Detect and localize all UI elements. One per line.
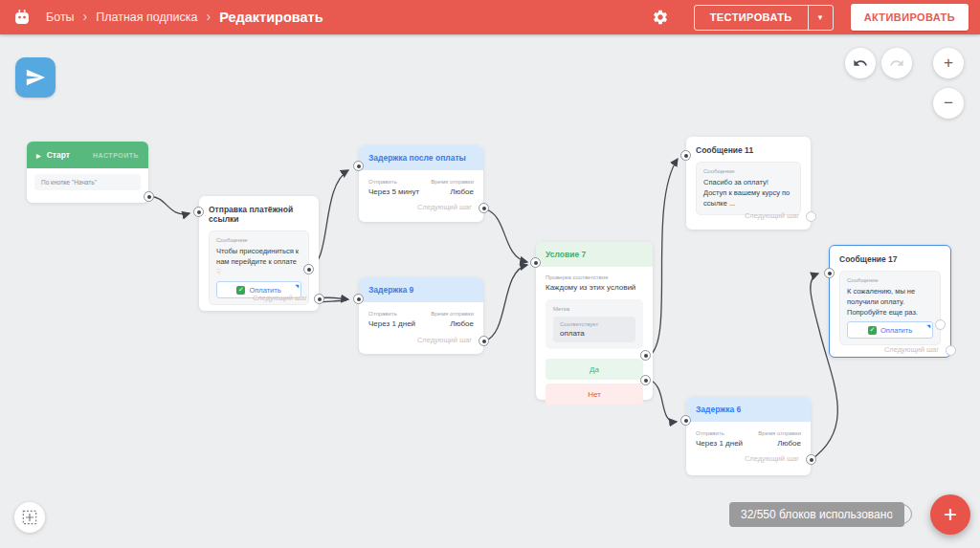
breadcrumb-bots[interactable]: Боты (46, 11, 75, 24)
node-delay-9[interactable]: Задержка 9 Отправить Через 1 дней Время … (359, 277, 483, 354)
grid-fit-icon (22, 510, 37, 525)
port-paybutton-out[interactable] (303, 264, 314, 274)
check-value: Каждому из этих условий (546, 283, 643, 292)
send-label: Отправить (696, 430, 743, 436)
send-time-value: Любое (431, 319, 474, 328)
node-cond-title: Условие 7 (546, 250, 586, 259)
test-button[interactable]: ТЕСТИРОВАТЬ (695, 6, 808, 30)
minus-icon: − (944, 94, 953, 113)
start-trigger-field: По кнопке "Начать" (34, 174, 141, 190)
check-icon: ✓ (868, 326, 877, 335)
edge-no-delay6 (649, 380, 677, 422)
breadcrumb: Боты › Платная подписка › Редактировать (46, 10, 323, 25)
point-down-icon: ☟ (216, 268, 221, 276)
flow-canvas[interactable]: + − ▶ Старт НАСТРОИТЬ По кнопке "Начать"… (0, 34, 980, 548)
node-cond-header: Условие 7 (536, 242, 653, 267)
check-icon: ✓ (236, 286, 245, 295)
message-label: Сообщение (847, 277, 933, 283)
next-step-label: Следующий шаг (884, 345, 939, 354)
next-step-label: Следующий шаг (417, 336, 472, 344)
condition-yes-button[interactable]: Да (546, 359, 643, 380)
msg17-message-card: Сообщение К сожалению, мы не получили оп… (839, 271, 941, 345)
send-label: Отправить (368, 311, 415, 317)
port-payment-in[interactable] (193, 207, 204, 217)
send-label: Отправить (368, 179, 419, 185)
next-step-label: Следующий шаг (253, 294, 307, 302)
msg11-message-card: Сообщение Спасибо за оплату! Доступ к ва… (696, 162, 801, 215)
check-label: Проверка соответствия (546, 274, 643, 280)
chevron-down-icon: ▾ (818, 12, 823, 22)
start-trigger-text: По кнопке "Начать" (41, 179, 134, 186)
payment-message-text: Чтобы присоединиться к нам перейдите к о… (216, 246, 301, 277)
port-delay6-next-out[interactable] (806, 454, 816, 465)
send-value: Через 1 дней (696, 439, 743, 448)
node-payment-title: Отправка платёжной ссылки (199, 196, 319, 229)
node-start[interactable]: ▶ Старт НАСТРОИТЬ По кнопке "Начать" (27, 142, 148, 203)
gear-icon[interactable] (648, 5, 673, 30)
send-time-label: Время отправки (431, 179, 474, 185)
port-cond-in[interactable] (530, 257, 541, 268)
port-cond-no-out[interactable] (640, 375, 651, 385)
node-delay-6[interactable]: Задержка 6 Отправить Через 1 дней Время … (686, 397, 811, 475)
pay-button-label: Оплатить (880, 326, 912, 335)
edge-yes-msg11 (649, 159, 678, 356)
send-value: Через 5 минут (368, 187, 419, 196)
port-start-out[interactable] (144, 191, 154, 202)
node-delay9-header: Задержка 9 (359, 277, 483, 302)
msg17-message-text: К сожалению, мы не получили оплату. Попр… (847, 286, 933, 318)
match-value: оплата (560, 329, 629, 338)
node-payment-link[interactable]: Отправка платёжной ссылки Сообщение Чтоб… (199, 196, 319, 311)
next-step-label: Следующий шаг (417, 203, 472, 211)
port-delay6-in[interactable] (680, 415, 691, 426)
port-payment-next-out[interactable] (314, 294, 324, 304)
node-delay-after-payment[interactable]: Задержка после оплаты Отправить Через 5 … (359, 145, 483, 222)
edge-delayA-cond (483, 208, 527, 262)
port-delay9-in[interactable] (353, 294, 364, 304)
telegram-icon[interactable] (15, 57, 56, 98)
redo-button[interactable] (881, 48, 912, 78)
redo-icon (889, 55, 904, 71)
pay-button[interactable]: ◥ ✓ Оплатить (847, 321, 933, 339)
tag-card: Метка Соответствует оплата (546, 299, 643, 349)
next-step-label: Следующий шаг (745, 454, 799, 463)
send-time-value: Любое (431, 187, 474, 196)
port-cond-yes-out[interactable] (640, 350, 651, 361)
node-delay6-header: Задержка 6 (686, 397, 811, 422)
port-delay9-next-out[interactable] (479, 336, 489, 346)
link-corner-icon: ◥ (295, 283, 299, 289)
node-msg11-title: Сообщение 11 (686, 137, 811, 160)
activate-button[interactable]: АКТИВИРОВАТЬ (851, 4, 969, 31)
add-block-button[interactable]: + (930, 494, 970, 535)
breadcrumb-subscription[interactable]: Платная подписка (96, 11, 197, 24)
bot-logo-icon (11, 7, 33, 28)
edge-delay9-cond (483, 265, 527, 341)
message-label: Сообщение (216, 237, 301, 243)
zoom-in-button[interactable]: + (933, 48, 964, 78)
condition-no-button[interactable]: Нет (546, 384, 643, 405)
match-field: Соответствует оплата (553, 317, 635, 342)
send-value: Через 1 дней (368, 319, 415, 328)
node-message-11[interactable]: Сообщение 11 Сообщение Спасибо за оплату… (686, 137, 811, 230)
msg11-message-text: Спасибо за оплату! Доступ к вашему курсу… (703, 177, 793, 208)
port-delayA-next-out[interactable] (479, 203, 489, 213)
port-msg17-next-out[interactable] (946, 345, 956, 356)
fit-view-button[interactable] (14, 502, 45, 533)
plus-icon: + (944, 54, 953, 73)
send-time-value: Любое (758, 439, 801, 448)
configure-button[interactable]: НАСТРОИТЬ (93, 152, 139, 159)
port-msg17-paybutton-out[interactable] (935, 319, 946, 330)
chevron-right-icon: › (83, 9, 88, 24)
port-delayA-in[interactable] (353, 161, 364, 171)
undo-icon (853, 55, 868, 71)
port-msg17-in[interactable] (824, 268, 835, 278)
test-dropdown-button[interactable]: ▾ (808, 6, 833, 30)
send-time-label: Время отправки (758, 430, 801, 436)
port-msg11-next-out[interactable] (806, 211, 816, 222)
undo-button[interactable] (845, 48, 876, 78)
node-condition-7[interactable]: Условие 7 Проверка соответствия Каждому … (536, 242, 653, 400)
node-message-17[interactable]: Сообщение 17 Сообщение К сожалению, мы н… (829, 245, 951, 358)
port-msg11-in[interactable] (680, 150, 691, 161)
info-button[interactable]: i (892, 504, 912, 524)
match-label: Соответствует (560, 321, 629, 327)
zoom-out-button[interactable]: − (933, 88, 964, 119)
